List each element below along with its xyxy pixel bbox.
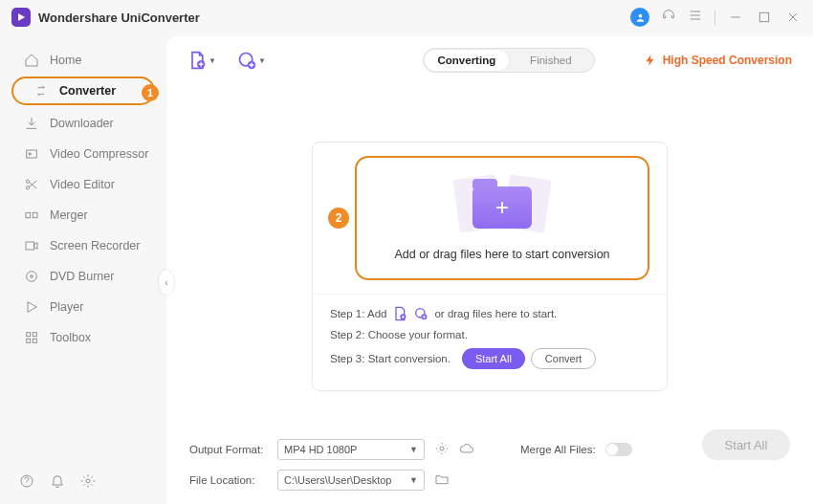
sidebar-item-merger[interactable]: Merger <box>4 201 163 230</box>
sidebar-label: Downloader <box>50 117 114 130</box>
svg-point-5 <box>26 180 29 183</box>
sidebar-label: Video Editor <box>50 178 115 191</box>
tab-switch: Converting Finished <box>423 48 595 73</box>
step-1: Step 1: Add or drag files here to start. <box>330 306 649 321</box>
main-panel: ▼ ▼ Converting Finished High Speed Conve… <box>166 36 813 504</box>
svg-rect-15 <box>33 339 36 342</box>
grid-icon <box>23 330 40 345</box>
sidebar-item-converter[interactable]: Converter 1 <box>11 77 155 105</box>
compress-icon <box>23 146 40 162</box>
svg-point-6 <box>26 186 29 189</box>
sidebar-label: Toolbox <box>50 331 91 344</box>
user-avatar-icon[interactable] <box>630 8 649 27</box>
folder-art: + <box>445 175 560 240</box>
sidebar-item-home[interactable]: Home <box>4 46 163 75</box>
tab-finished[interactable]: Finished <box>509 50 593 71</box>
merge-label: Merge All Files: <box>520 444 596 455</box>
start-all-pill[interactable]: Start All <box>462 348 525 369</box>
download-icon <box>23 116 40 131</box>
toolbar: ▼ ▼ Converting Finished High Speed Conve… <box>166 36 813 77</box>
svg-rect-13 <box>33 333 36 337</box>
convert-pill[interactable]: Convert <box>531 348 597 369</box>
merge-icon <box>23 208 40 223</box>
sidebar-item-toolbox[interactable]: Toolbox <box>4 323 163 352</box>
sidebar-label: Home <box>50 54 81 67</box>
cloud-icon[interactable] <box>459 441 474 458</box>
high-speed-button[interactable]: High Speed Conversion <box>644 54 792 67</box>
bell-icon[interactable] <box>50 473 65 493</box>
chevron-down-icon: ▼ <box>258 56 266 65</box>
add-file-button[interactable]: ▼ <box>187 51 216 70</box>
support-icon[interactable] <box>661 8 676 27</box>
step-3: Step 3: Start conversion. Start All Conv… <box>330 348 649 369</box>
close-button[interactable] <box>784 9 802 26</box>
sidebar-item-player[interactable]: Player <box>4 293 163 321</box>
converter-icon <box>33 83 50 99</box>
drop-card: 2 + Add or drag files here to start conv… <box>312 142 668 391</box>
svg-rect-14 <box>27 339 31 342</box>
settings-small-icon[interactable] <box>434 441 450 458</box>
sidebar-label: Converter <box>59 84 116 98</box>
tab-converting[interactable]: Converting <box>425 50 509 71</box>
chevron-down-icon: ▼ <box>209 56 216 65</box>
sidebar-label: Video Compressor <box>50 147 148 161</box>
add-url-small-icon <box>413 306 428 321</box>
collapse-sidebar-button[interactable]: ‹ <box>159 270 174 295</box>
start-all-button[interactable]: Start All <box>702 429 790 460</box>
record-icon <box>23 238 40 253</box>
sidebar-item-dvd[interactable]: DVD Burner <box>4 262 163 291</box>
sidebar-label: Player <box>50 300 83 314</box>
app-logo-icon <box>11 8 31 27</box>
svg-rect-9 <box>26 242 34 250</box>
steps-panel: Step 1: Add or drag files here to start.… <box>313 294 667 390</box>
titlebar: Wondershare UniConverter <box>0 0 813 34</box>
badge-2: 2 <box>328 208 349 229</box>
merge-toggle[interactable] <box>605 443 632 456</box>
svg-point-24 <box>440 447 444 450</box>
help-icon[interactable] <box>19 473 34 493</box>
gear-icon[interactable] <box>80 473 96 493</box>
sidebar-item-downloader[interactable]: Downloader <box>4 109 163 138</box>
svg-rect-7 <box>26 212 31 217</box>
drop-zone[interactable]: 2 + Add or drag files here to start conv… <box>355 156 649 280</box>
separator <box>714 10 715 25</box>
svg-rect-3 <box>759 12 768 21</box>
home-icon <box>23 53 40 68</box>
add-url-button[interactable]: ▼ <box>237 51 266 70</box>
sidebar-item-compressor[interactable]: Video Compressor <box>4 140 163 168</box>
disc-icon <box>23 269 40 284</box>
app-title: Wondershare UniConverter <box>38 11 200 25</box>
sidebar-label: DVD Burner <box>50 270 114 283</box>
svg-point-2 <box>638 13 642 17</box>
drop-text: Add or drag files here to start conversi… <box>394 248 609 261</box>
output-format-select[interactable]: MP4 HD 1080P▼ <box>277 439 425 460</box>
badge-1: 1 <box>142 84 159 101</box>
play-icon <box>23 299 40 315</box>
maximize-button[interactable] <box>756 9 773 26</box>
minimize-button[interactable] <box>727 9 744 26</box>
svg-point-17 <box>86 479 90 483</box>
bolt-icon <box>644 54 657 67</box>
step-2: Step 2: Choose your format. <box>330 329 649 340</box>
menu-icon[interactable] <box>688 8 703 27</box>
svg-rect-12 <box>27 333 31 337</box>
sidebar-item-recorder[interactable]: Screen Recorder <box>4 231 163 260</box>
footer: Output Format: MP4 HD 1080P▼ Merge All F… <box>166 427 813 504</box>
sidebar-label: Screen Recorder <box>50 239 141 252</box>
hsc-label: High Speed Conversion <box>663 54 792 67</box>
svg-rect-8 <box>33 212 37 217</box>
add-file-small-icon <box>392 306 407 321</box>
sidebar-label: Merger <box>50 208 88 222</box>
output-format-label: Output Format: <box>189 444 268 455</box>
folder-plus-icon: + <box>472 186 532 229</box>
sidebar: Home Converter 1 Downloader Video Compre… <box>0 34 166 504</box>
svg-point-10 <box>27 272 37 282</box>
sidebar-item-editor[interactable]: Video Editor <box>4 170 163 199</box>
scissors-icon <box>23 177 40 192</box>
file-location-select[interactable]: C:\Users\User\Desktop▼ <box>277 470 425 491</box>
file-location-label: File Location: <box>189 474 268 486</box>
browse-folder-icon[interactable] <box>434 471 450 489</box>
svg-point-11 <box>31 275 33 278</box>
